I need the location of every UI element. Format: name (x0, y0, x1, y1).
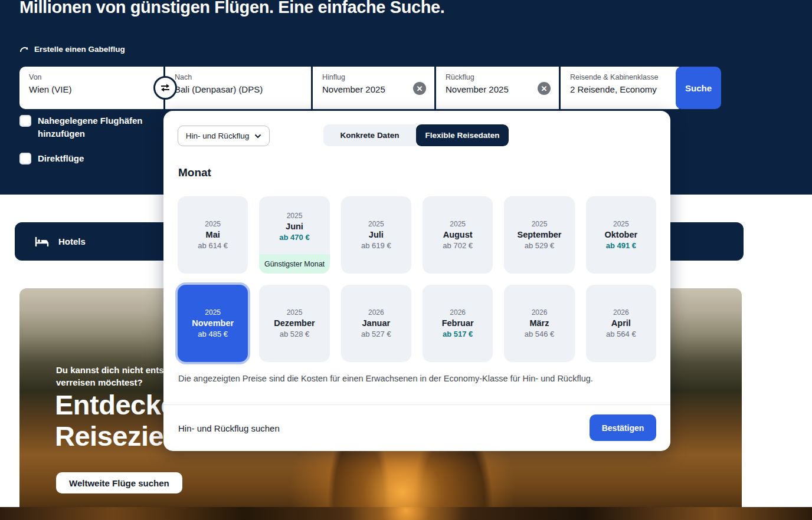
direct-flights-checkbox[interactable] (19, 153, 31, 164)
popover-divider (163, 404, 670, 405)
month-price: ab 614 € (198, 241, 228, 250)
month-year: 2025 (368, 220, 384, 228)
flight-search-bar: Von Wien (VIE) Nach Bali (Denpasar) (DPS… (19, 67, 685, 109)
month-year: 2025 (450, 220, 466, 228)
destination-value: Bali (Denpasar) (DPS) (175, 84, 302, 94)
month-name: März (529, 318, 549, 328)
multicity-link[interactable]: Erstelle einen Gabelflug (19, 45, 125, 54)
worldwide-flights-button[interactable]: Weltweite Flüge suchen (56, 472, 182, 493)
month-price: ab 527 € (361, 330, 391, 338)
month-name: April (611, 318, 631, 328)
month-price: ab 564 € (606, 330, 636, 338)
month-price: ab 491 € (606, 241, 636, 250)
month-price: ab 529 € (525, 241, 555, 250)
tab-flexible-dates[interactable]: Flexible Reisedaten (416, 124, 509, 146)
return-date-field[interactable]: Rückflug November 2025 ✕ (436, 67, 559, 109)
month-price: ab 517 € (443, 330, 473, 338)
month-cell-januar-2026[interactable]: 2026 Januar ab 527 € (341, 285, 411, 362)
clear-return-icon[interactable]: ✕ (538, 82, 551, 95)
month-year: 2026 (613, 308, 629, 317)
month-section-title: Monat (178, 166, 211, 179)
month-name: Januar (362, 318, 391, 328)
month-name: November (192, 318, 234, 328)
month-cell-februar-2026[interactable]: 2026 Februar ab 517 € (423, 285, 493, 362)
month-grid: 2025 Mai ab 614 € 2025 Juni ab 470 € Gün… (178, 196, 656, 362)
return-label: Rückflug (446, 73, 549, 81)
trip-type-value: Hin- und Rückflug (186, 131, 249, 140)
month-year: 2026 (532, 308, 548, 317)
depart-date-field[interactable]: Hinflug November 2025 ✕ (313, 67, 434, 109)
origin-field[interactable]: Von Wien (VIE) (19, 67, 163, 109)
cheapest-month-badge: Günstigster Monat (259, 254, 329, 274)
bottom-photo-strip (0, 507, 812, 520)
page-title: Millionen von günstigen Flügen. Eine ein… (19, 0, 444, 17)
month-name: August (443, 230, 473, 239)
page: Millionen von günstigen Flügen. Eine ein… (0, 0, 812, 520)
direct-flights-label: Direktflüge (38, 152, 84, 165)
month-cell-august-2025[interactable]: 2025 August ab 702 € (423, 196, 493, 274)
month-name: Juli (369, 230, 384, 239)
month-price: ab 528 € (280, 330, 310, 338)
month-year: 2026 (450, 308, 466, 317)
month-price: ab 619 € (361, 241, 391, 250)
month-name: Februar (442, 318, 474, 328)
month-cell-oktober-2025[interactable]: 2025 Oktober ab 491 € (586, 196, 656, 274)
travellers-field[interactable]: Reisende & Kabinenklasse 2 Reisende, Eco… (561, 67, 683, 109)
swap-arrows-icon (160, 83, 171, 93)
month-year: 2025 (287, 308, 303, 317)
month-price: ab 702 € (443, 241, 473, 250)
month-name: Mai (206, 230, 220, 239)
confirm-button[interactable]: Bestätigen (590, 414, 656, 441)
bed-icon (35, 236, 49, 248)
trip-type-dropdown[interactable]: Hin- und Rückflug (178, 126, 270, 146)
month-year: 2025 (532, 220, 548, 228)
swap-origin-destination-button[interactable] (153, 76, 177, 100)
direct-flights-option[interactable]: Direktflüge (19, 152, 162, 165)
travellers-label: Reisende & Kabinenklasse (570, 73, 674, 81)
depart-label: Hinflug (322, 73, 425, 81)
origin-value: Wien (VIE) (29, 84, 154, 94)
depart-value: November 2025 (322, 84, 425, 94)
date-mode-tabs: Konkrete Daten Flexible Reisedaten (323, 124, 509, 146)
price-disclaimer: Die angezeigten Preise sind die Kosten f… (178, 374, 644, 383)
nearby-airports-option[interactable]: Nahegelegene Flughäfen hinzufügen (19, 114, 162, 140)
month-cell-september-2025[interactable]: 2025 September ab 529 € (504, 196, 574, 274)
travellers-value: 2 Reisende, Economy (570, 84, 674, 94)
multicity-arrow-icon (19, 45, 30, 54)
chevron-down-icon (254, 134, 261, 139)
nearby-airports-label: Nahegelegene Flughäfen hinzufügen (38, 114, 162, 140)
month-cell-juli-2025[interactable]: 2025 Juli ab 619 € (341, 196, 411, 274)
month-cell-maerz-2026[interactable]: 2026 März ab 546 € (504, 285, 574, 362)
multicity-label: Erstelle einen Gabelflug (34, 45, 125, 54)
month-year: 2025 (613, 220, 629, 228)
search-button[interactable]: Suche (676, 67, 721, 109)
search-options: Nahegelegene Flughäfen hinzufügen Direkt… (19, 114, 162, 176)
month-name: Juni (286, 222, 303, 231)
month-cell-juni-2025[interactable]: 2025 Juni ab 470 € Günstigster Monat (259, 196, 329, 274)
month-cell-november-2025-selected[interactable]: 2025 November ab 485 € (178, 285, 248, 362)
month-cell-mai-2025[interactable]: 2025 Mai ab 614 € (178, 196, 248, 274)
hotels-label: Hotels (58, 236, 86, 246)
month-cell-april-2026[interactable]: 2026 April ab 564 € (586, 285, 656, 362)
month-price: ab 470 € (279, 233, 309, 242)
month-name: September (518, 230, 562, 239)
trip-summary-text: Hin- und Rückflug suchen (178, 423, 280, 433)
destination-label: Nach (175, 73, 302, 81)
month-price: ab 546 € (525, 330, 555, 338)
month-name: Dezember (274, 318, 315, 328)
return-value: November 2025 (446, 84, 549, 94)
origin-label: Von (29, 73, 154, 81)
month-name: Oktober (605, 230, 638, 239)
flexible-dates-popover: Hin- und Rückflug Konkrete Daten Flexibl… (163, 111, 670, 451)
destination-field[interactable]: Nach Bali (Denpasar) (DPS) (165, 67, 311, 109)
tab-concrete-dates[interactable]: Konkrete Daten (323, 124, 416, 146)
month-year: 2026 (368, 308, 384, 317)
month-cell-dezember-2025[interactable]: 2025 Dezember ab 528 € (259, 285, 329, 362)
month-year: 2025 (287, 212, 303, 220)
clear-depart-icon[interactable]: ✕ (413, 82, 426, 95)
month-price: ab 485 € (198, 330, 228, 338)
month-year: 2025 (205, 308, 221, 317)
month-year: 2025 (205, 220, 221, 228)
nearby-airports-checkbox[interactable] (19, 115, 31, 127)
